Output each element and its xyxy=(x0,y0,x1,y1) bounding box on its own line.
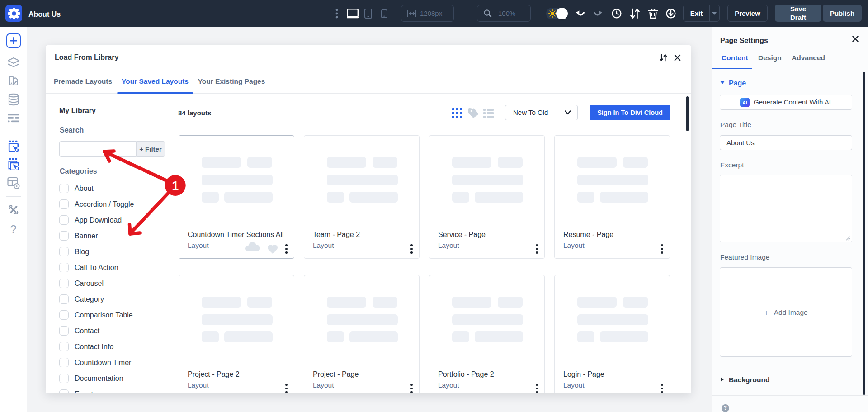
svg-text:1: 1 xyxy=(172,179,179,193)
